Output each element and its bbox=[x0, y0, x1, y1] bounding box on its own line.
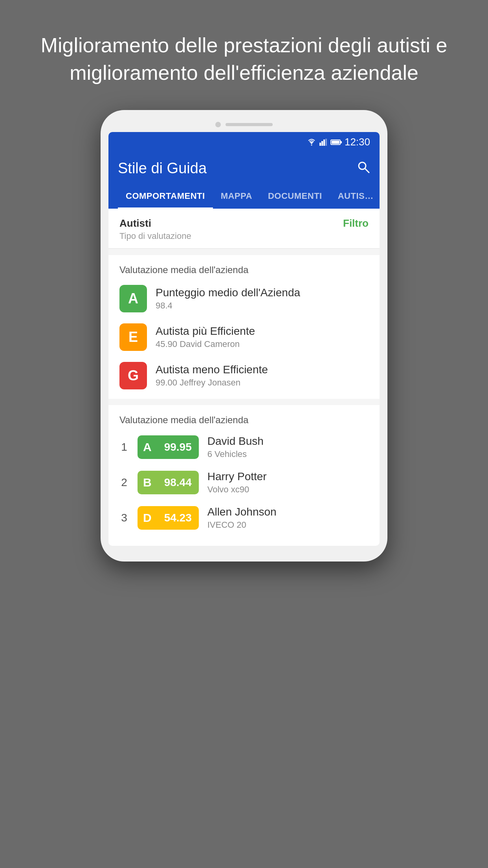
status-bar: 12:30 bbox=[108, 132, 380, 152]
signal-icon bbox=[319, 139, 327, 146]
wifi-icon bbox=[307, 139, 316, 146]
rank-2-number: 2 bbox=[119, 476, 129, 489]
rank-3-sub: IVECO 20 bbox=[207, 520, 277, 530]
tab-comportamenti[interactable]: COMPORTAMENTI bbox=[118, 185, 213, 209]
rank-3-number: 3 bbox=[119, 512, 129, 524]
summary-item-text-avg: Punteggio medio dell'Azienda 98.4 bbox=[156, 286, 300, 311]
summary-worst-title: Autista meno Efficiente bbox=[156, 363, 268, 376]
tab-documenti[interactable]: DOCUMENTI bbox=[260, 185, 330, 209]
summary-avg-title: Punteggio medio dell'Azienda bbox=[156, 286, 300, 299]
summary-card: Valutazione media dell'azienda A Puntegg… bbox=[108, 255, 380, 399]
summary-worst-sub: 99.00 Jeffrey Jonasen bbox=[156, 378, 268, 388]
tab-mappa[interactable]: MAPPA bbox=[213, 185, 260, 209]
summary-item-worst: G Autista meno Efficiente 99.00 Jeffrey … bbox=[119, 362, 369, 389]
filter-left: Autisti Tipo di valutazione bbox=[119, 217, 191, 241]
svg-rect-3 bbox=[321, 141, 323, 146]
rank-3-name: Allen Johnson bbox=[207, 506, 277, 518]
summary-item-text-worst: Autista meno Efficiente 99.00 Jeffrey Jo… bbox=[156, 363, 268, 388]
filter-button[interactable]: Filtro bbox=[343, 217, 369, 229]
ranking-item-text-3: Allen Johnson IVECO 20 bbox=[207, 506, 277, 530]
battery-icon bbox=[330, 139, 341, 145]
summary-best-sub: 45.90 David Cameron bbox=[156, 339, 255, 349]
svg-line-7 bbox=[365, 169, 369, 172]
status-time: 12:30 bbox=[345, 136, 370, 148]
score-value-3: 54.23 bbox=[157, 506, 199, 530]
ranking-item-2: 2 B 98.44 Harry Potter Volvo xc90 bbox=[119, 470, 369, 495]
ranking-section-title: Valutazione media dell'azienda bbox=[119, 415, 369, 426]
rank-2-name: Harry Potter bbox=[207, 470, 267, 483]
phone-frame: 12:30 Stile di Guida COMPORTAMENTI MAPPA bbox=[101, 110, 387, 562]
filter-row: Autisti Tipo di valutazione Filtro bbox=[108, 209, 380, 249]
score-badge-1: A 99.95 bbox=[138, 435, 199, 459]
ranking-card: Valutazione media dell'azienda 1 A 99.95… bbox=[108, 405, 380, 540]
content-area: Autisti Tipo di valutazione Filtro Valut… bbox=[108, 209, 380, 540]
score-value-1: 99.95 bbox=[157, 435, 199, 459]
rank-1-number: 1 bbox=[119, 441, 129, 453]
rank-1-name: David Bush bbox=[207, 435, 264, 448]
grade-badge-e: E bbox=[119, 323, 147, 351]
app-bar-title-row: Stile di Guida bbox=[118, 160, 370, 185]
page-header-text: Miglioramento delle prestazioni degli au… bbox=[0, 0, 488, 110]
summary-item-text-best: Autista più Efficiente 45.90 David Camer… bbox=[156, 325, 255, 349]
summary-best-title: Autista più Efficiente bbox=[156, 325, 255, 338]
score-value-2: 98.44 bbox=[157, 471, 199, 494]
ranking-item-3: 3 D 54.23 Allen Johnson IVECO 20 bbox=[119, 506, 369, 530]
ranking-item-text-1: David Bush 6 Vehicles bbox=[207, 435, 264, 459]
score-badge-2: B 98.44 bbox=[138, 471, 199, 494]
svg-point-1 bbox=[311, 144, 312, 145]
svg-rect-4 bbox=[323, 139, 325, 146]
score-badge-3: D 54.23 bbox=[138, 506, 199, 530]
score-grade-1: A bbox=[138, 435, 157, 459]
summary-avg-sub: 98.4 bbox=[156, 301, 300, 311]
phone-speaker bbox=[226, 123, 273, 126]
score-grade-3: D bbox=[138, 506, 157, 530]
app-bar: Stile di Guida COMPORTAMENTI MAPPA DOCUM… bbox=[108, 152, 380, 209]
phone-screen: 12:30 Stile di Guida COMPORTAMENTI MAPPA bbox=[108, 132, 380, 546]
rank-2-sub: Volvo xc90 bbox=[207, 484, 267, 495]
svg-marker-0 bbox=[310, 142, 314, 144]
rank-1-sub: 6 Vehicles bbox=[207, 449, 264, 459]
summary-section-title: Valutazione media dell'azienda bbox=[119, 264, 369, 275]
ranking-item-text-2: Harry Potter Volvo xc90 bbox=[207, 470, 267, 495]
ranking-item-1: 1 A 99.95 David Bush 6 Vehicles bbox=[119, 435, 369, 459]
filter-title: Autisti bbox=[119, 217, 191, 229]
tabs-row: COMPORTAMENTI MAPPA DOCUMENTI AUTIS… bbox=[118, 185, 370, 209]
filter-subtitle: Tipo di valutazione bbox=[119, 231, 191, 241]
app-title: Stile di Guida bbox=[118, 160, 207, 177]
svg-rect-2 bbox=[319, 143, 321, 146]
grade-badge-a: A bbox=[119, 285, 147, 312]
summary-item-best: E Autista più Efficiente 45.90 David Cam… bbox=[119, 323, 369, 351]
grade-badge-g: G bbox=[119, 362, 147, 389]
search-button[interactable] bbox=[357, 160, 370, 177]
phone-wrapper: 12:30 Stile di Guida COMPORTAMENTI MAPPA bbox=[97, 110, 391, 817]
phone-notch bbox=[108, 122, 380, 132]
svg-rect-5 bbox=[325, 139, 327, 146]
phone-camera bbox=[215, 122, 221, 127]
score-grade-2: B bbox=[138, 471, 157, 494]
summary-item-avg: A Punteggio medio dell'Azienda 98.4 bbox=[119, 285, 369, 312]
tab-autis[interactable]: AUTIS… bbox=[330, 185, 380, 209]
status-icons bbox=[307, 139, 341, 146]
